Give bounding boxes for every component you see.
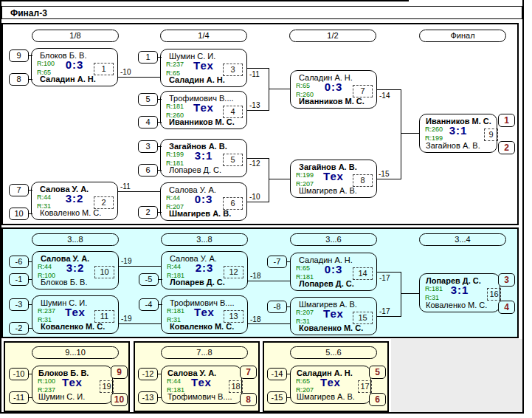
match-number: 7 — [353, 85, 373, 97]
match-number: 5 — [223, 154, 243, 166]
connector-line — [401, 293, 419, 294]
connector-label: -15 — [379, 170, 389, 178]
connector-line — [247, 68, 269, 69]
connector-line — [247, 202, 269, 202]
place-badge: 9 — [111, 366, 128, 379]
seed-box: -7 — [267, 256, 287, 268]
connector-line — [247, 110, 269, 111]
player2-name: Шмагирев А. В. — [169, 209, 244, 218]
seed-box: 7 — [9, 184, 29, 196]
place-badge: 10 — [111, 393, 128, 406]
connector-line — [269, 89, 290, 89]
match-number: 15 — [353, 312, 373, 324]
seed-box: -11 — [9, 391, 29, 404]
empty-area — [391, 339, 522, 412]
round-pill-1-8: 1/8 — [32, 30, 119, 42]
connector-line — [119, 323, 161, 324]
place-badge: 8 — [240, 393, 257, 406]
match-number: 13 — [224, 310, 243, 323]
match-box-1[interactable]: Блоков Б. В. R:100 0:3 R:65 Саладин А. Н… — [31, 48, 118, 86]
seed-box: -8 — [267, 301, 287, 313]
connector-line — [401, 133, 419, 134]
seed-box: 9 — [9, 49, 29, 62]
match-box-5[interactable]: Загайнов А. В. R:199 3:1 R:181 Лопарев Д… — [160, 139, 247, 177]
place-badge: 2 — [498, 141, 515, 154]
seed-box: 8 — [9, 73, 29, 86]
player2-name: Коваленко М. С. — [426, 301, 497, 309]
match-box-14[interactable]: Саладин А. Н. R:65 0:3 R:181 Лопарев Д. … — [290, 253, 377, 291]
player2-name: Саладин А. Н. — [169, 75, 244, 84]
match-box-16[interactable]: Лопарев Д. С. R:181 3:1 R:31 Коваленко М… — [419, 273, 500, 312]
match-number: 6 — [223, 197, 243, 210]
seed-box: 2 — [138, 206, 158, 219]
seed-box: -3 — [9, 298, 29, 311]
match-box-19[interactable]: Блоков Б. В. R:100 Тех R:237 Шумин С. И.… — [32, 366, 113, 404]
match-box-11[interactable]: Шумин С. И. R:237 Тех R:31 Коваленко М. … — [32, 295, 119, 334]
seed-box: -10 — [9, 368, 29, 380]
place-badge: 1 — [498, 114, 515, 127]
connector-line — [269, 179, 290, 179]
round-pill-3-6: 3...6 — [290, 233, 377, 246]
place-badge: 5 — [369, 366, 386, 379]
connector-label: -11 — [120, 182, 131, 191]
match-box-8[interactable]: Загайнов А. В. R:199 Тех R:207 Шмагирев … — [290, 160, 377, 198]
connector-label: -12 — [249, 160, 260, 168]
place-badge: 6 — [369, 393, 386, 406]
match-box-3[interactable]: Шумин С. И. R:237 Тех R:65 Саладин А. Н.… — [160, 49, 247, 87]
match-number: 1 — [94, 63, 114, 75]
round-pill-9-10: 9...10 — [32, 346, 119, 359]
match-box-4[interactable]: Трофимович В.... R:181 Тех R:260 Иванник… — [160, 91, 247, 129]
match-number: 16 — [487, 288, 501, 301]
seed-box: -4 — [139, 298, 159, 311]
player2-name: Загайнов А. В. — [426, 141, 494, 150]
place-badge: 7 — [240, 366, 257, 379]
seed-box: 4 — [138, 116, 158, 129]
match-box-18[interactable]: Салова У. А. R:44 Тех R:181 Трофимович В… — [161, 366, 242, 404]
match-box-12[interactable]: Салова У. А. R:44 2:3 R:181 Лопарев Д. С… — [161, 251, 248, 289]
connector-label: -14 — [379, 92, 390, 100]
connector-line — [118, 191, 160, 192]
place-badge: 3 — [498, 273, 515, 287]
match-number: 11 — [94, 310, 114, 323]
round-pill-final: Финал — [419, 30, 506, 42]
match-box-10[interactable]: Салова У. А. R:44 3:2 R:100 Блоков Б. В.… — [32, 251, 119, 289]
round-pill-1-4: 1/4 — [160, 30, 247, 42]
window-right-edge — [522, 0, 524, 414]
match-box-17[interactable]: Саладин А. Н. R:65 Тех R:207 Шмагирев А.… — [290, 366, 371, 404]
round-pill-3-4: 3...4 — [419, 233, 506, 246]
connector-line — [377, 316, 401, 317]
seed-box: 5 — [138, 93, 158, 106]
match-number: 8 — [353, 174, 373, 187]
connector-label: -17 — [379, 274, 390, 282]
round-pill-7-8: 7...8 — [161, 346, 248, 359]
match-box-2[interactable]: Салова У. А. R:44 3:2 R:31 Коваленко М. … — [31, 182, 118, 220]
match-number: 14 — [353, 267, 373, 280]
connector-label: -19 — [121, 315, 131, 323]
round-pill-1-2: 1/2 — [289, 30, 376, 42]
player2-name: Коваленко М. С. — [299, 323, 374, 332]
title-bar: Финал-3 — [1, 6, 522, 19]
connector-label: -18 — [250, 272, 260, 280]
connector-label: -10 — [249, 193, 260, 201]
connector-line — [376, 179, 401, 179]
connector-label: -19 — [121, 257, 131, 265]
connector-line — [248, 323, 290, 324]
match-box-7[interactable]: Саладин А. Н. R:65 0:3 R:260 Иванников М… — [290, 70, 377, 109]
page-title: Финал-3 — [10, 8, 47, 18]
player2-name: Шмагирев А. В. — [297, 392, 368, 401]
connector-line — [118, 77, 160, 78]
match-box-9-final[interactable]: Иванников М. С. R:260 3:1 R:199 Загайнов… — [419, 114, 497, 153]
match-number: 2 — [94, 196, 114, 209]
connector-line — [119, 266, 161, 267]
match-number: 17 — [358, 380, 372, 393]
match-number: 3 — [223, 64, 243, 76]
match-box-13[interactable]: Трофимович В.... R:181 Тех R:31 Коваленк… — [161, 295, 248, 334]
player2-name: Шмагирев А. В. — [299, 186, 374, 195]
connector-label: -13 — [249, 101, 260, 109]
match-box-6[interactable]: Салова У. А. R:44 0:3 R:207 Шмагирев А. … — [160, 182, 247, 221]
match-number: 18 — [229, 380, 243, 393]
seed-box: 10 — [9, 208, 29, 220]
player2-name: Лопарев Д. С. — [170, 278, 245, 287]
connector-label: -17 — [379, 307, 390, 315]
match-box-15[interactable]: Шмагирев А. В. R:207 Тех R:31 Коваленко … — [290, 297, 377, 335]
